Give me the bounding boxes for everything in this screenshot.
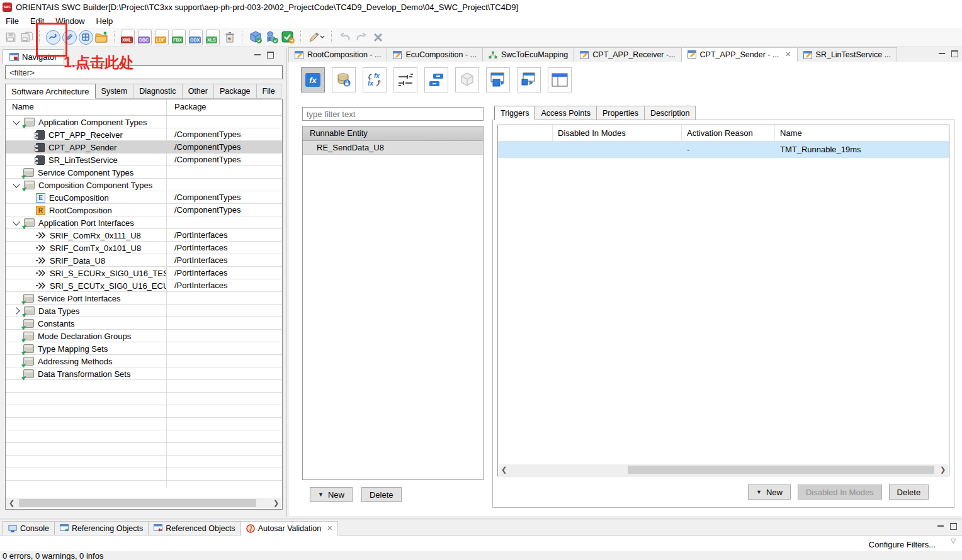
- trigger-delete-button[interactable]: Delete: [889, 484, 929, 500]
- maximize-icon[interactable]: [951, 50, 958, 57]
- import-ldf-button[interactable]: LDF: [156, 30, 169, 45]
- column-header-disabled-in-modes[interactable]: Disabled In Modes: [553, 125, 682, 141]
- editor-tab-ecucomposition[interactable]: EcuComposition - ...: [387, 47, 483, 62]
- scroll-left-arrow[interactable]: ❮: [499, 464, 509, 475]
- tree-row[interactable]: RootComposition /ComponentTypes: [6, 204, 282, 216]
- runnable-row-selected[interactable]: RE_SendData_U8: [303, 141, 483, 155]
- import-xml-button[interactable]: XML: [122, 30, 135, 45]
- tree-row[interactable]: Application Port Interfaces: [6, 216, 282, 229]
- close-icon[interactable]: ✕: [327, 525, 332, 532]
- wand-dropdown-button[interactable]: [306, 29, 327, 45]
- import-dbc-button[interactable]: DBC: [139, 30, 152, 45]
- tree-row-selected[interactable]: CPT_APP_Sender /ComponentTypes: [6, 141, 282, 154]
- column-header-activation-reason[interactable]: Activation Reason: [682, 125, 775, 141]
- tab-software-architecture[interactable]: Software Architecture: [5, 84, 96, 99]
- minimize-icon[interactable]: [937, 524, 944, 527]
- export-window-button[interactable]: [486, 67, 510, 92]
- chevron-down-icon[interactable]: [13, 118, 20, 125]
- convert-runnable-button[interactable]: fxfx: [363, 67, 387, 92]
- configure-filters-link[interactable]: Configure Filters...: [869, 540, 936, 549]
- tree-row[interactable]: CPT_APP_Receiver /ComponentTypes: [6, 128, 282, 141]
- tab-autosar-validation[interactable]: Autosar Validation ✕: [241, 521, 339, 535]
- delete-element-button[interactable]: [370, 29, 386, 45]
- column-divider[interactable]: [166, 99, 167, 115]
- editor-tab-swctoecumapping[interactable]: SwcToEcuMapping: [483, 47, 574, 62]
- navigator-filter-input[interactable]: [5, 65, 283, 79]
- minimize-icon[interactable]: [939, 51, 945, 54]
- export-window-alt-button[interactable]: [517, 67, 541, 92]
- tree-row[interactable]: Data Transformation Sets: [6, 367, 282, 380]
- chevron-down-icon[interactable]: [13, 181, 20, 188]
- column-header-name[interactable]: Name: [775, 125, 949, 141]
- tree-row[interactable]: SRIF_ComTx_0x101_U8 /PortInterfaces: [6, 242, 282, 254]
- editor-tab-cpt-app-sender[interactable]: CPT_APP_Sender - ... ✕: [682, 47, 798, 62]
- save-all-button[interactable]: [19, 29, 35, 45]
- column-header-blank[interactable]: [498, 125, 553, 141]
- runnable-filter-input[interactable]: [302, 107, 484, 121]
- view-menu-icon[interactable]: ▽: [951, 537, 956, 544]
- scrollbar-thumb[interactable]: [628, 466, 934, 474]
- tab-other[interactable]: Other: [183, 84, 214, 99]
- minimize-icon[interactable]: [254, 52, 261, 55]
- tree-row[interactable]: Composition Component Types: [6, 179, 282, 191]
- tree-row[interactable]: Service Port Interfaces: [6, 292, 282, 305]
- validate-button[interactable]: [280, 29, 297, 45]
- scrollbar-thumb[interactable]: [19, 499, 256, 507]
- maximize-icon[interactable]: [267, 52, 274, 59]
- tab-description[interactable]: Description: [645, 106, 696, 120]
- tree-row[interactable]: SRI_S_ECURx_SIG0_U16_TESTER_0 /PortInter…: [6, 267, 282, 279]
- tab-diagnostic[interactable]: Diagnostic: [133, 84, 182, 99]
- import-odx-button[interactable]: ODX: [190, 30, 203, 45]
- horizontal-splitter[interactable]: [0, 518, 962, 520]
- import-fbx-button[interactable]: FBX: [173, 30, 186, 45]
- horizontal-scrollbar[interactable]: ❮ ❯: [499, 464, 948, 475]
- tab-referencing-objects[interactable]: Referencing Objects: [55, 521, 149, 535]
- model-cube-button[interactable]: [455, 67, 479, 92]
- scroll-right-arrow[interactable]: ❯: [937, 464, 948, 475]
- tab-triggers[interactable]: Triggers: [494, 106, 535, 120]
- build-all-cubes-button[interactable]: [264, 29, 280, 45]
- chevron-down-icon[interactable]: [13, 218, 20, 225]
- vertical-splitter[interactable]: [286, 48, 287, 517]
- horizontal-scrollbar[interactable]: ❮ ❯: [6, 498, 281, 508]
- scroll-right-arrow[interactable]: ❯: [271, 498, 281, 508]
- tree-row[interactable]: Data Types: [6, 305, 282, 317]
- runnables-view-button[interactable]: fx: [301, 67, 325, 92]
- undo-button[interactable]: [337, 29, 353, 45]
- column-header-package[interactable]: Package: [174, 102, 207, 111]
- tree-row[interactable]: SRIF_ComRx_0x111_U8 /PortInterfaces: [6, 229, 282, 242]
- editor-tab-rootcomposition[interactable]: RootComposition - ...: [288, 47, 387, 62]
- data-access-button[interactable]: [332, 67, 356, 92]
- tab-referenced-objects[interactable]: Referenced Objects: [149, 521, 241, 535]
- tree-row[interactable]: EcuComposition /ComponentTypes: [6, 191, 282, 204]
- runnable-entity-header[interactable]: Runnable Entity: [303, 126, 483, 141]
- save-button[interactable]: [3, 29, 19, 45]
- window-tool-button[interactable]: [77, 29, 94, 45]
- open-project-button[interactable]: [94, 29, 110, 45]
- column-header-name[interactable]: Name: [12, 102, 34, 111]
- tree-row[interactable]: Addressing Methods: [6, 355, 282, 367]
- trigger-row-selected[interactable]: - TMT_Runnable_19ms: [498, 142, 949, 158]
- maximize-icon[interactable]: [950, 523, 957, 530]
- tree-row[interactable]: SRIF_Data_U8 /PortInterfaces: [6, 254, 282, 267]
- tab-system[interactable]: System: [96, 84, 134, 99]
- editor-tab-sr-lintestservice[interactable]: SR_LinTestService ...: [798, 47, 898, 62]
- menu-file[interactable]: File: [0, 14, 25, 28]
- tree-row[interactable]: Service Component Types: [6, 166, 282, 179]
- editor-tab-cpt-app-receiver[interactable]: CPT_APP_Receiver -...: [574, 47, 681, 62]
- close-icon[interactable]: ✕: [785, 51, 791, 58]
- import-xls-button[interactable]: XLS: [207, 30, 220, 45]
- tree-row[interactable]: SR_LinTestService /ComponentTypes: [6, 154, 282, 166]
- tab-properties[interactable]: Properties: [597, 106, 645, 120]
- redo-button[interactable]: [353, 29, 370, 45]
- runnable-new-button[interactable]: ▼New: [310, 487, 353, 502]
- tree-row[interactable]: SRI_S_ECUTx_SIG0_U16_ECU_0x30 /PortInter…: [6, 279, 282, 292]
- tab-file[interactable]: File: [257, 84, 281, 99]
- trigger-new-button[interactable]: ▼New: [748, 484, 791, 500]
- build-cube-button[interactable]: [247, 29, 264, 45]
- scroll-left-arrow[interactable]: ❮: [6, 498, 17, 508]
- tab-access-points[interactable]: Access Points: [535, 106, 597, 120]
- tree-row[interactable]: Type Mapping Sets: [6, 342, 282, 355]
- settings-sliders-button[interactable]: [393, 67, 417, 92]
- tree-row[interactable]: Mode Declaration Groups: [6, 330, 282, 342]
